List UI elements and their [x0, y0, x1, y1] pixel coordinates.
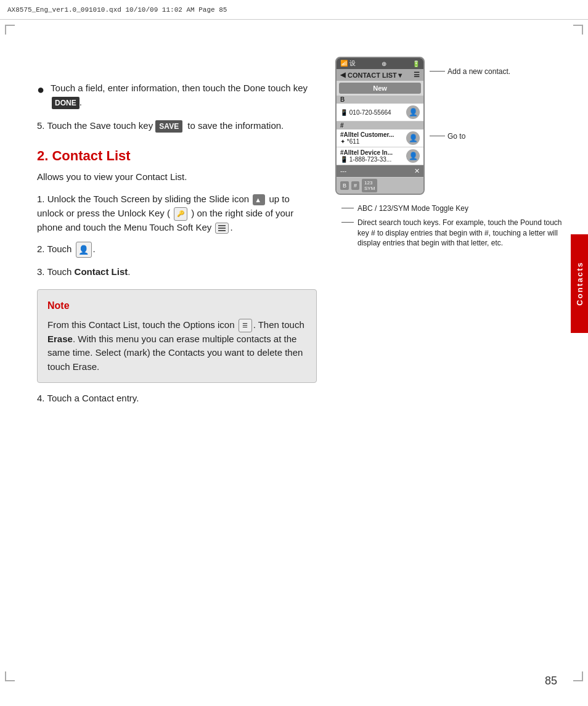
erase-text: Erase	[47, 334, 73, 344]
contact-name-highlighted: ---	[340, 168, 412, 174]
step-2: 2. Touch 👤.	[37, 242, 317, 258]
right-column: 📶 设 ⊕ 🔋 ◀ CONTACT LIST▼ ☰ New B �	[335, 20, 563, 669]
section-heading-contact-list: 2. Contact List	[37, 148, 317, 164]
contact-row-highlighted: --- ✕	[337, 165, 423, 178]
annotation-direct-search: Direct search touch keys. For example, t…	[341, 218, 563, 248]
step3-text: 3. Touch Contact List.	[37, 266, 130, 277]
contact-list-label: Contact List	[75, 266, 128, 277]
status-icons-center: ⊕	[382, 60, 386, 67]
phone-bottom-bar: B # 123SYM	[337, 178, 423, 194]
annotation-search-dash	[341, 222, 354, 223]
corner-mark-tr	[573, 25, 583, 35]
unlock-key-icon: 🔑	[174, 207, 187, 221]
key-b: B	[340, 181, 349, 190]
annotation-abc-text: ABC / 123/SYM Mode Toggle Key	[357, 203, 468, 214]
header-text: AX8575_Eng_ver1.0_091010.qxd 10/10/09 11…	[7, 6, 227, 14]
contact-number-2: ✦ *611	[340, 138, 404, 145]
key-sym: 123SYM	[362, 179, 377, 192]
contact-row-3: #Alltel Device In... 📱 1-888-723-33... 👤	[337, 147, 423, 165]
annotation-goto: Go to	[430, 131, 510, 142]
close-icon: ✕	[414, 167, 420, 175]
section-hash: #	[337, 121, 423, 129]
annotation-search-text: Direct search touch keys. For example, t…	[357, 218, 563, 248]
contact-row-1: 📱 010-720-55664 👤	[337, 104, 423, 121]
phone-status-bar: 📶 设 ⊕ 🔋	[337, 58, 423, 69]
section-b: B	[337, 96, 423, 104]
step-4: 4. Touch a Contact entry.	[37, 392, 317, 406]
step2-text: 2. Touch 👤.	[37, 244, 96, 254]
status-icons-left: 📶 设	[340, 59, 356, 68]
contact-avatar-3: 👤	[406, 149, 420, 163]
contact-list-header: CONTACT LIST▼	[348, 72, 411, 79]
contact-name-3: #Alltel Device In...	[340, 149, 404, 156]
annotation-goto-text: Go to	[447, 131, 465, 142]
corner-mark-bl	[5, 671, 15, 681]
contact-avatar-2: 👤	[406, 131, 420, 145]
done-badge: DONE	[52, 97, 80, 109]
contact-name-2: #Alltel Customer...	[340, 131, 404, 138]
status-icons-right: 🔋	[412, 60, 420, 67]
bullet-text: Touch a field, enter information, then t…	[51, 81, 317, 109]
page-number: 85	[545, 675, 557, 688]
header-bar: AX8575_Eng_ver1.0_091010.qxd 10/10/09 11…	[0, 0, 588, 20]
key-hash: #	[351, 181, 359, 190]
note-text: From this Contact List, touch the Option…	[47, 318, 306, 374]
annotation-new-text: Add a new contact.	[447, 67, 510, 77]
slide-icon	[253, 194, 265, 205]
step-1: 1. Unlock the Touch Screen by sliding th…	[37, 192, 317, 234]
annotation-goto-line	[430, 136, 445, 136]
phone-mockup: 📶 设 ⊕ 🔋 ◀ CONTACT LIST▼ ☰ New B �	[335, 57, 425, 195]
intro-text: Allows you to view your Contact List.	[37, 170, 317, 184]
bottom-annotations: ABC / 123/SYM Mode Toggle Key Direct sea…	[335, 203, 563, 248]
main-content: ● Touch a field, enter information, then…	[37, 20, 563, 669]
contact-info-1: 📱 010-720-55664	[340, 109, 404, 116]
step-5: 5. Touch the Save touch key SAVE to save…	[37, 119, 317, 133]
menu-soft-key-icon	[215, 223, 229, 234]
sidebar-label: Contacts	[575, 261, 584, 306]
annotation-abc-dash	[341, 208, 354, 208]
annotation-new-contact: Add a new contact.	[430, 67, 510, 77]
contact-number-3: 📱 1-888-723-33...	[340, 156, 404, 163]
phone-annotations-wrapper: 📶 设 ⊕ 🔋 ◀ CONTACT LIST▼ ☰ New B �	[335, 57, 563, 200]
menu-icon-phone: ☰	[414, 71, 420, 79]
corner-mark-br	[573, 671, 583, 681]
save-badge: SAVE	[155, 120, 182, 133]
bullet-dot: ●	[37, 81, 44, 109]
step4-text: 4. Touch a Contact entry.	[37, 393, 139, 403]
back-arrow: ◀	[340, 71, 345, 79]
options-icon: ☰	[239, 319, 252, 332]
contacts-icon: 👤	[76, 242, 92, 258]
contact-info-2: #Alltel Customer... ✦ *611	[340, 131, 404, 145]
new-contact-button[interactable]: New	[339, 83, 421, 94]
step1-text: 1. Unlock the Touch Screen by sliding th…	[37, 194, 293, 232]
contact-info-3: #Alltel Device In... 📱 1-888-723-33...	[340, 149, 404, 163]
contact-number-1: 📱 010-720-55664	[340, 109, 404, 116]
bullet-item-done: ● Touch a field, enter information, then…	[37, 81, 317, 109]
phone-header: ◀ CONTACT LIST▼ ☰	[337, 69, 423, 81]
note-title: Note	[47, 298, 306, 313]
contact-info-highlighted: ---	[340, 168, 412, 174]
contact-row-2: #Alltel Customer... ✦ *611 👤	[337, 129, 423, 147]
corner-mark-tl	[5, 25, 15, 35]
annotation-abc-mode: ABC / 123/SYM Mode Toggle Key	[341, 203, 563, 214]
step-3: 3. Touch Contact List.	[37, 265, 317, 279]
annotations-right: Add a new contact. Go to	[430, 57, 510, 147]
annotation-line-new	[430, 71, 445, 72]
sidebar-tab: Contacts	[571, 234, 588, 333]
left-column: ● Touch a field, enter information, then…	[37, 20, 317, 669]
contact-avatar-1: 👤	[406, 105, 420, 119]
step5-text: 5. Touch the Save touch key SAVE to save…	[37, 120, 284, 131]
note-box: Note From this Contact List, touch the O…	[37, 289, 317, 384]
annotation-goto-spacer: Go to	[430, 131, 510, 147]
